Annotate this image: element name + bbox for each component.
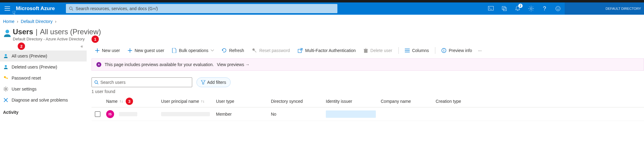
feedback-icon[interactable]	[551, 2, 565, 15]
callout-3: 3	[126, 98, 133, 105]
external-link-icon	[298, 48, 303, 53]
svg-line-17	[533, 7, 533, 7]
notification-badge: 2	[518, 4, 523, 8]
new-user-button[interactable]: New user	[92, 45, 124, 56]
bulk-operations-button[interactable]: Bulk operations	[168, 45, 218, 56]
delete-user-button: Delete user	[360, 45, 396, 56]
global-search[interactable]	[66, 4, 337, 13]
avatar: IS	[106, 110, 114, 118]
azure-top-bar: ☟ Microsoft Azure 2 ? DEFAULT DIRECTORY	[0, 2, 644, 15]
users-search-box[interactable]	[92, 77, 192, 87]
svg-point-10	[530, 8, 532, 9]
sidebar: « 2 All users (Preview) Deleted users (P…	[0, 44, 87, 121]
new-guest-user-button[interactable]: New guest user	[124, 45, 168, 56]
collapse-sidebar[interactable]: «	[81, 44, 83, 49]
row-checkbox[interactable]	[95, 111, 100, 117]
breadcrumb: Home › Default Directory ›	[0, 15, 644, 24]
search-icon	[69, 6, 73, 11]
column-upn[interactable]: User principal name↑↓	[159, 99, 214, 104]
settings-icon[interactable]	[524, 2, 538, 15]
svg-point-57	[95, 81, 98, 84]
table-header: Name↑↓ User principal name↑↓ User type D…	[92, 95, 644, 107]
svg-rect-47	[364, 49, 367, 53]
notifications-icon[interactable]: 2	[511, 2, 524, 15]
trash-icon	[364, 48, 368, 53]
page-subtitle: Default Directory - Azure Active Directo…	[13, 37, 101, 41]
column-directory-synced[interactable]: Directory synced	[268, 99, 323, 104]
preview-info-button[interactable]: Preview info	[438, 45, 476, 56]
separator	[435, 47, 435, 54]
sidebar-item-diagnose[interactable]: Diagnose and solve problems	[0, 95, 87, 106]
add-filters-button[interactable]: Add filters	[196, 77, 231, 87]
global-search-input[interactable]	[76, 6, 334, 11]
sidebar-item-label: Diagnose and solve problems	[12, 98, 68, 102]
sidebar-item-all-users[interactable]: All users (Preview)	[0, 50, 87, 62]
redacted-issuer	[326, 110, 376, 118]
directory-name: DEFAULT DIRECTORY	[606, 7, 641, 10]
users-search-input[interactable]	[100, 80, 189, 85]
svg-point-20	[557, 8, 557, 8]
chevron-down-icon	[211, 50, 214, 51]
plus-icon	[95, 48, 99, 53]
search-icon	[94, 80, 99, 84]
directories-icon[interactable]	[498, 2, 511, 15]
svg-point-19	[556, 6, 560, 11]
view-previews-link[interactable]: View previews →	[217, 62, 250, 67]
sidebar-section-activity: Activity	[0, 106, 87, 115]
svg-line-35	[7, 87, 8, 88]
svg-line-15	[529, 7, 530, 7]
document-icon	[172, 48, 176, 53]
breadcrumb-home[interactable]: Home	[3, 19, 14, 24]
column-user-type[interactable]: User type	[214, 99, 268, 104]
svg-point-28	[5, 88, 7, 90]
columns-button[interactable]: Columns	[401, 45, 433, 56]
svg-line-36	[4, 90, 5, 91]
breadcrumb-directory[interactable]: Default Directory	[21, 19, 52, 24]
svg-rect-27	[7, 78, 8, 79]
callout-1: 1	[92, 35, 99, 43]
rocket-icon	[96, 62, 102, 67]
svg-rect-8	[503, 8, 506, 11]
svg-point-24	[5, 65, 7, 67]
sidebar-item-password-reset[interactable]: Password reset	[0, 73, 87, 84]
svg-line-34	[7, 90, 8, 91]
result-count: 1 user found	[92, 89, 644, 94]
cell-user-type: Member	[216, 112, 232, 117]
account-control[interactable]: DEFAULT DIRECTORY	[565, 2, 644, 15]
sidebar-item-label: Password reset	[12, 76, 41, 80]
mfa-button[interactable]: Multi-Factor Authentication	[294, 45, 359, 56]
plus-icon	[128, 48, 132, 53]
refresh-button[interactable]: Refresh	[218, 45, 248, 56]
svg-line-33	[4, 87, 5, 88]
chevron-right-icon: ›	[55, 19, 56, 24]
reset-password-button: Reset password	[248, 45, 293, 56]
sidebar-item-deleted-users[interactable]: Deleted users (Preview)	[0, 62, 87, 73]
sidebar-item-label: Deleted users (Preview)	[12, 65, 57, 69]
more-button[interactable]: ···	[476, 45, 484, 56]
key-icon	[3, 76, 9, 80]
separator	[398, 47, 399, 54]
gear-icon	[3, 87, 9, 91]
person-icon	[3, 54, 9, 58]
key-icon	[252, 48, 257, 53]
cloud-shell-icon[interactable]	[484, 2, 498, 15]
sidebar-item-label: User settings	[12, 87, 37, 91]
column-creation-type[interactable]: Creation type	[433, 99, 482, 104]
banner-text: This page includes previews available fo…	[105, 62, 214, 67]
redacted-upn	[161, 112, 210, 116]
help-icon[interactable]: ?	[538, 2, 551, 15]
svg-line-18	[529, 10, 530, 11]
hamburger-menu[interactable]	[0, 2, 15, 15]
svg-line-44	[254, 50, 256, 52]
redacted-name	[119, 112, 137, 116]
svg-point-22	[5, 30, 9, 33]
svg-point-3	[69, 7, 72, 10]
column-company-name[interactable]: Company name	[378, 99, 433, 104]
table-row[interactable]: IS Member No	[92, 107, 644, 121]
svg-line-4	[72, 9, 73, 11]
cell-directory-synced: No	[271, 112, 276, 117]
azure-logo[interactable]: Microsoft Azure	[15, 6, 58, 12]
columns-icon	[405, 49, 410, 52]
column-identity-issuer[interactable]: Identity issuer	[323, 99, 378, 104]
sidebar-item-user-settings[interactable]: User settings	[0, 84, 87, 95]
